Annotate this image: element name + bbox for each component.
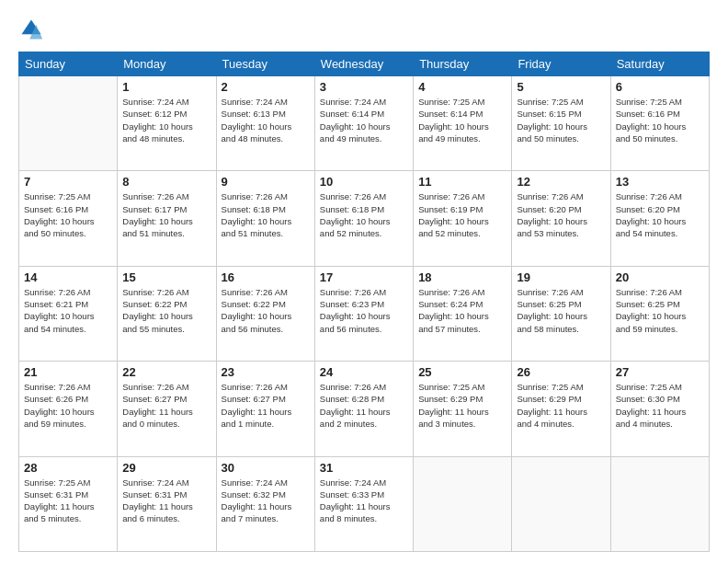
day-info: Sunrise: 7:24 AMSunset: 6:13 PMDaylight:…: [222, 96, 310, 144]
day-info: Sunrise: 7:24 AMSunset: 6:32 PMDaylight:…: [222, 477, 310, 525]
calendar-week-row: 28Sunrise: 7:25 AMSunset: 6:31 PMDayligh…: [19, 456, 710, 551]
calendar-cell: 23Sunrise: 7:26 AMSunset: 6:27 PMDayligh…: [216, 362, 314, 456]
calendar-cell: 30Sunrise: 7:24 AMSunset: 6:32 PMDayligh…: [216, 456, 314, 551]
calendar-cell: 12Sunrise: 7:26 AMSunset: 6:20 PMDayligh…: [512, 171, 610, 266]
day-info: Sunrise: 7:26 AMSunset: 6:26 PMDaylight:…: [24, 381, 112, 430]
page: SundayMondayTuesdayWednesdayThursdayFrid…: [0, 0, 728, 563]
day-info: Sunrise: 7:25 AMSunset: 6:29 PMDaylight:…: [517, 381, 605, 430]
day-info: Sunrise: 7:26 AMSunset: 6:27 PMDaylight:…: [122, 381, 210, 430]
day-info: Sunrise: 7:26 AMSunset: 6:28 PMDaylight:…: [320, 381, 408, 430]
day-number: 15: [122, 270, 210, 284]
calendar-cell: [610, 456, 709, 551]
day-info: Sunrise: 7:25 AMSunset: 6:16 PMDaylight:…: [24, 190, 112, 239]
day-number: 21: [24, 365, 112, 379]
calendar-cell: 13Sunrise: 7:26 AMSunset: 6:20 PMDayligh…: [610, 171, 709, 266]
calendar-cell: 19Sunrise: 7:26 AMSunset: 6:25 PMDayligh…: [512, 266, 610, 361]
day-number: 28: [24, 461, 112, 475]
day-info: Sunrise: 7:26 AMSunset: 6:27 PMDaylight:…: [222, 381, 310, 430]
day-number: 26: [517, 365, 605, 379]
day-info: Sunrise: 7:25 AMSunset: 6:14 PMDaylight:…: [418, 96, 506, 144]
calendar: SundayMondayTuesdayWednesdayThursdayFrid…: [18, 52, 710, 552]
day-number: 23: [222, 365, 310, 379]
day-info: Sunrise: 7:26 AMSunset: 6:25 PMDaylight:…: [616, 286, 704, 335]
calendar-week-row: 14Sunrise: 7:26 AMSunset: 6:21 PMDayligh…: [19, 266, 710, 361]
calendar-cell: 27Sunrise: 7:25 AMSunset: 6:30 PMDayligh…: [610, 362, 709, 456]
calendar-cell: 8Sunrise: 7:26 AMSunset: 6:17 PMDaylight…: [118, 171, 216, 266]
calendar-table: SundayMondayTuesdayWednesdayThursdayFrid…: [18, 52, 710, 552]
header: [18, 17, 710, 42]
day-info: Sunrise: 7:24 AMSunset: 6:31 PMDaylight:…: [122, 477, 210, 525]
day-number: 22: [122, 365, 210, 379]
calendar-cell: 6Sunrise: 7:25 AMSunset: 6:16 PMDaylight…: [610, 76, 709, 171]
day-info: Sunrise: 7:24 AMSunset: 6:14 PMDaylight:…: [320, 96, 408, 144]
day-number: 2: [222, 80, 310, 94]
calendar-cell: 4Sunrise: 7:25 AMSunset: 6:14 PMDaylight…: [414, 76, 512, 171]
day-number: 25: [418, 365, 506, 379]
day-info: Sunrise: 7:25 AMSunset: 6:29 PMDaylight:…: [418, 381, 506, 430]
weekday-header: Tuesday: [216, 52, 314, 76]
day-info: Sunrise: 7:26 AMSunset: 6:22 PMDaylight:…: [122, 286, 210, 335]
header-row: SundayMondayTuesdayWednesdayThursdayFrid…: [19, 52, 710, 76]
calendar-cell: 22Sunrise: 7:26 AMSunset: 6:27 PMDayligh…: [118, 362, 216, 456]
day-number: 18: [418, 270, 506, 284]
day-number: 27: [616, 365, 704, 379]
day-number: 17: [320, 270, 408, 284]
weekday-header: Wednesday: [314, 52, 413, 76]
calendar-cell: 9Sunrise: 7:26 AMSunset: 6:18 PMDaylight…: [216, 171, 314, 266]
calendar-cell: [19, 76, 118, 171]
day-number: 19: [517, 270, 605, 284]
day-info: Sunrise: 7:26 AMSunset: 6:18 PMDaylight:…: [320, 190, 408, 239]
day-number: 3: [320, 80, 408, 94]
day-number: 5: [517, 80, 605, 94]
day-number: 10: [320, 175, 408, 189]
day-info: Sunrise: 7:25 AMSunset: 6:31 PMDaylight:…: [24, 477, 112, 525]
calendar-week-row: 7Sunrise: 7:25 AMSunset: 6:16 PMDaylight…: [19, 171, 710, 266]
day-info: Sunrise: 7:26 AMSunset: 6:20 PMDaylight:…: [616, 190, 704, 239]
calendar-cell: 2Sunrise: 7:24 AMSunset: 6:13 PMDaylight…: [216, 76, 314, 171]
day-info: Sunrise: 7:26 AMSunset: 6:21 PMDaylight:…: [24, 286, 112, 335]
day-number: 14: [24, 270, 112, 284]
weekday-header: Friday: [512, 52, 610, 76]
calendar-cell: 18Sunrise: 7:26 AMSunset: 6:24 PMDayligh…: [414, 266, 512, 361]
calendar-cell: 28Sunrise: 7:25 AMSunset: 6:31 PMDayligh…: [19, 456, 118, 551]
calendar-cell: 5Sunrise: 7:25 AMSunset: 6:15 PMDaylight…: [512, 76, 610, 171]
calendar-cell: 21Sunrise: 7:26 AMSunset: 6:26 PMDayligh…: [19, 362, 118, 456]
day-info: Sunrise: 7:26 AMSunset: 6:24 PMDaylight:…: [418, 286, 506, 335]
logo: [18, 17, 48, 42]
day-number: 13: [616, 175, 704, 189]
day-number: 4: [418, 80, 506, 94]
day-info: Sunrise: 7:25 AMSunset: 6:30 PMDaylight:…: [616, 381, 704, 430]
calendar-cell: 24Sunrise: 7:26 AMSunset: 6:28 PMDayligh…: [314, 362, 413, 456]
day-number: 11: [418, 175, 506, 189]
calendar-cell: 15Sunrise: 7:26 AMSunset: 6:22 PMDayligh…: [118, 266, 216, 361]
weekday-header: Sunday: [19, 52, 118, 76]
day-number: 1: [122, 80, 210, 94]
day-info: Sunrise: 7:24 AMSunset: 6:33 PMDaylight:…: [320, 477, 408, 525]
day-info: Sunrise: 7:26 AMSunset: 6:20 PMDaylight:…: [517, 190, 605, 239]
calendar-cell: 20Sunrise: 7:26 AMSunset: 6:25 PMDayligh…: [610, 266, 709, 361]
day-number: 20: [616, 270, 704, 284]
calendar-cell: 14Sunrise: 7:26 AMSunset: 6:21 PMDayligh…: [19, 266, 118, 361]
calendar-cell: 25Sunrise: 7:25 AMSunset: 6:29 PMDayligh…: [414, 362, 512, 456]
day-number: 24: [320, 365, 408, 379]
calendar-cell: [414, 456, 512, 551]
calendar-cell: 7Sunrise: 7:25 AMSunset: 6:16 PMDaylight…: [19, 171, 118, 266]
day-info: Sunrise: 7:25 AMSunset: 6:15 PMDaylight:…: [517, 96, 605, 144]
calendar-cell: 31Sunrise: 7:24 AMSunset: 6:33 PMDayligh…: [314, 456, 413, 551]
day-number: 8: [122, 175, 210, 189]
day-number: 9: [222, 175, 310, 189]
day-info: Sunrise: 7:26 AMSunset: 6:19 PMDaylight:…: [418, 190, 506, 239]
weekday-header: Saturday: [610, 52, 709, 76]
day-info: Sunrise: 7:24 AMSunset: 6:12 PMDaylight:…: [122, 96, 210, 144]
calendar-cell: 1Sunrise: 7:24 AMSunset: 6:12 PMDaylight…: [118, 76, 216, 171]
day-number: 7: [24, 175, 112, 189]
day-info: Sunrise: 7:26 AMSunset: 6:25 PMDaylight:…: [517, 286, 605, 335]
calendar-cell: 10Sunrise: 7:26 AMSunset: 6:18 PMDayligh…: [314, 171, 413, 266]
logo-icon: [18, 17, 44, 42]
calendar-cell: 17Sunrise: 7:26 AMSunset: 6:23 PMDayligh…: [314, 266, 413, 361]
day-number: 6: [616, 80, 704, 94]
calendar-week-row: 1Sunrise: 7:24 AMSunset: 6:12 PMDaylight…: [19, 76, 710, 171]
calendar-cell: 3Sunrise: 7:24 AMSunset: 6:14 PMDaylight…: [314, 76, 413, 171]
day-number: 12: [517, 175, 605, 189]
day-info: Sunrise: 7:26 AMSunset: 6:23 PMDaylight:…: [320, 286, 408, 335]
